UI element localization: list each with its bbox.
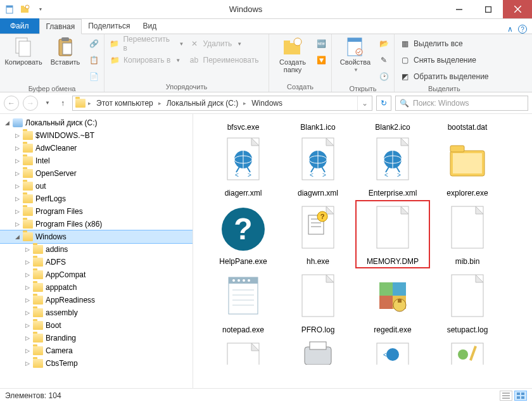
qat-properties-icon[interactable]	[4, 3, 16, 16]
expand-icon[interactable]: ▷	[24, 246, 30, 253]
file-item[interactable]: explorer.exe	[430, 132, 505, 200]
breadcrumb-history-dropdown[interactable]: ⌄	[357, 96, 372, 110]
up-button[interactable]: ↑	[57, 97, 68, 109]
expand-icon[interactable]: ▷	[24, 259, 30, 265]
expand-icon[interactable]: ◢	[4, 120, 10, 126]
qat-dropdown-icon[interactable]: ▼	[34, 3, 47, 16]
file-item[interactable]: regedit.exe	[355, 268, 430, 337]
select-all-button[interactable]: ▦Выделить все	[400, 37, 489, 51]
file-view[interactable]: bfsvc.exeBlank1.icoBlank2.icobootstat.da…	[193, 114, 532, 388]
history-button[interactable]: 🕑	[379, 70, 389, 84]
expand-icon[interactable]: ▷	[24, 348, 30, 354]
back-button[interactable]: ←	[4, 96, 19, 111]
tree-item[interactable]: ◢Локальный диск (C:)	[0, 116, 193, 129]
new-item-button[interactable]: 🆕	[316, 37, 326, 51]
tree-item[interactable]: ▷$WINDOWS.~BT	[0, 129, 193, 142]
new-folder-button[interactable]: Создать папку	[274, 37, 311, 73]
tree-item[interactable]: ▷AppReadiness	[0, 294, 193, 306]
file-item[interactable]: mib.bin	[430, 200, 505, 268]
maximize-button[interactable]	[474, 0, 503, 18]
expand-icon[interactable]: ▷	[14, 145, 20, 151]
tree-item[interactable]: ▷Camera	[0, 344, 193, 357]
tab-view[interactable]: Вид	[136, 18, 163, 34]
tree-item[interactable]: ◢Windows	[0, 230, 193, 243]
forward-button[interactable]: →	[23, 96, 38, 111]
expand-icon[interactable]: ▷	[14, 208, 20, 215]
breadcrumb-bar[interactable]: ▸ Этот компьютер ▸ Локальный диск (C:) ▸…	[72, 96, 372, 111]
file-item[interactable]: ?HelpPane.exe	[206, 200, 281, 268]
open-with-button[interactable]: 📂	[379, 37, 389, 51]
paste-button[interactable]: Вставить	[47, 37, 84, 66]
copy-button[interactable]: Копировать	[5, 37, 42, 66]
delete-button[interactable]: ✕Удалить▼	[189, 37, 264, 51]
breadcrumb-seg-drive[interactable]: Локальный диск (C:)	[164, 99, 241, 108]
file-item[interactable]: < >	[355, 337, 430, 367]
expand-icon[interactable]: ▷	[24, 360, 30, 367]
expand-icon[interactable]: ▷	[14, 196, 20, 202]
expand-icon[interactable]: ▷	[14, 183, 20, 189]
file-item[interactable]: MEMORY.DMP	[355, 200, 430, 268]
refresh-button[interactable]: ↻	[376, 96, 391, 111]
file-item[interactable]: ?hh.exe	[281, 200, 355, 268]
clip-shortcut2[interactable]: 📋	[89, 53, 99, 67]
recent-locations-button[interactable]: ▼	[42, 97, 53, 109]
ribbon-collapse[interactable]: ∧?	[502, 25, 532, 34]
select-none-button[interactable]: ▢Снять выделение	[400, 53, 489, 67]
file-item[interactable]	[430, 337, 505, 367]
tree-item[interactable]: ▷Program Files	[0, 205, 193, 218]
tree-item[interactable]: ▷Intel	[0, 154, 193, 167]
tree-item[interactable]: ▷AdwCleaner	[0, 142, 193, 154]
file-item[interactable]: bfsvc.exe	[206, 118, 281, 132]
tree-item[interactable]: ▷Branding	[0, 332, 193, 344]
file-item[interactable]: Blank2.ico	[355, 118, 430, 132]
easy-access-button[interactable]: 🔽	[316, 53, 326, 67]
breadcrumb-seg-computer[interactable]: Этот компьютер	[94, 99, 156, 108]
expand-icon[interactable]: ▷	[24, 272, 30, 278]
tab-file[interactable]: Файл	[0, 18, 39, 34]
tree-item[interactable]: ▷apppatch	[0, 281, 193, 294]
copy-to-button[interactable]: 📁Копировать в▼	[110, 53, 184, 67]
file-item[interactable]: setupact.log	[430, 268, 505, 337]
view-details-button[interactable]	[500, 391, 512, 401]
search-input[interactable]: 🔍 Поиск: Windows	[395, 96, 528, 111]
clip-shortcut1[interactable]: 🔗	[89, 37, 99, 51]
properties-button[interactable]: Свойства ▼	[337, 37, 374, 73]
expand-icon[interactable]: ▷	[14, 170, 20, 177]
move-to-button[interactable]: 📁Переместить в▼	[110, 37, 184, 51]
edit-button[interactable]: ✎	[379, 53, 389, 67]
clip-shortcut3[interactable]: 📄	[89, 70, 99, 84]
file-item[interactable]	[281, 337, 355, 367]
expand-icon[interactable]: ▷	[14, 221, 20, 227]
tree-item[interactable]: ▷AppCompat	[0, 268, 193, 281]
file-item[interactable]: PFRO.log	[281, 268, 355, 337]
file-item[interactable]: notepad.exe	[206, 268, 281, 337]
breadcrumb-seg-folder[interactable]: Windows	[249, 99, 285, 108]
expand-icon[interactable]: ▷	[24, 322, 30, 329]
tree-item[interactable]: ▷OpenServer	[0, 167, 193, 180]
file-item[interactable]: <>Enterprise.xml	[355, 132, 430, 200]
expand-icon[interactable]: ▷	[24, 335, 30, 341]
file-item[interactable]: Blank1.ico	[281, 118, 355, 132]
file-item[interactable]: bootstat.dat	[430, 118, 505, 132]
tree-item[interactable]: ▷assembly	[0, 306, 193, 319]
expand-icon[interactable]: ◢	[14, 234, 20, 240]
tree-item[interactable]: ▷CbsTemp	[0, 357, 193, 370]
tree-item[interactable]: ▷addins	[0, 243, 193, 256]
navigation-tree[interactable]: ◢Локальный диск (C:)▷$WINDOWS.~BT▷AdwCle…	[0, 114, 193, 388]
expand-icon[interactable]: ▷	[24, 310, 30, 316]
file-item[interactable]: <>diagerr.xml	[206, 132, 281, 200]
qat-newfolder-icon[interactable]	[19, 3, 32, 16]
tree-item[interactable]: ▷PerfLogs	[0, 192, 193, 205]
expand-icon[interactable]: ▷	[24, 297, 30, 303]
tree-item[interactable]: ▷out	[0, 180, 193, 192]
file-item[interactable]: <>diagwrn.xml	[281, 132, 355, 200]
close-button[interactable]	[503, 0, 532, 18]
tree-item[interactable]: ▷ADFS	[0, 256, 193, 268]
minimize-button[interactable]	[445, 0, 474, 18]
expand-icon[interactable]: ▷	[14, 158, 20, 164]
expand-icon[interactable]: ▷	[14, 132, 20, 139]
tree-item[interactable]: ▷Program Files (x86)	[0, 218, 193, 230]
tab-home[interactable]: Главная	[39, 19, 82, 34]
rename-button[interactable]: abПереименовать	[189, 53, 264, 67]
file-item[interactable]	[206, 337, 281, 367]
